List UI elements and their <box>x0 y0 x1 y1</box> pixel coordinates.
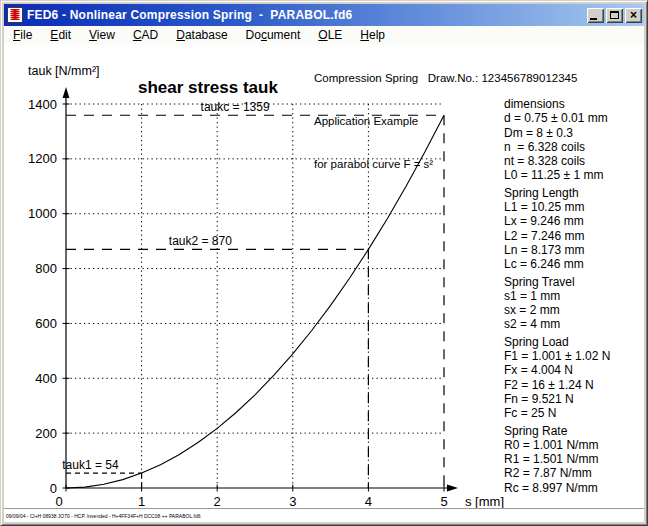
spec-section-title: dimensions <box>504 97 646 111</box>
menu-item-file[interactable]: File <box>4 26 41 45</box>
close-icon: × <box>630 10 637 20</box>
spec-section-spring-rate: Spring RateR0 = 1.001 N/mmR1 = 1.501 N/m… <box>504 424 646 495</box>
spec-line: nt = 8.328 coils <box>504 154 646 168</box>
spec-section-title: Spring Rate <box>504 424 646 438</box>
spec-section-spring-travel: Spring Travels1 = 1 mmsx = 2 mms2 = 4 mm <box>504 275 646 332</box>
spec-line: n = 6.328 coils <box>504 140 646 154</box>
spec-line: Rc = 8.997 N/mm <box>504 481 646 495</box>
minimize-button[interactable] <box>587 8 604 23</box>
spec-section-title: Spring Load <box>504 335 646 349</box>
note-line-title: Compression Spring Draw.No.: 12345678901… <box>314 71 577 85</box>
menu-bar: FileEditViewCADDatabaseDocumentOLEHelp <box>4 26 644 45</box>
spec-line: F2 = 16 ± 1.24 N <box>504 378 646 392</box>
spec-line: R0 = 1.001 N/mm <box>504 438 646 452</box>
status-text: 09/09/04 - Cl+H 08938 JO70 - HCP. Invend… <box>6 513 201 519</box>
spec-line: Fc = 25 N <box>504 406 646 420</box>
maximize-icon <box>610 11 619 19</box>
spec-section-dimensions: dimensionsd = 0.75 ± 0.01 mmDm = 8 ± 0.3… <box>504 97 646 183</box>
spec-line: L0 = 11.25 ± 1 mm <box>504 168 646 182</box>
menu-item-cad[interactable]: CAD <box>124 26 167 45</box>
spec-section-spring-length: Spring LengthL1 = 10.25 mmLx = 9.246 mmL… <box>504 186 646 272</box>
spec-line: Lc = 6.246 mm <box>504 257 646 271</box>
menu-item-edit[interactable]: Edit <box>41 26 80 45</box>
spec-line: L2 = 7.246 mm <box>504 229 646 243</box>
spec-section-title: Spring Travel <box>504 275 646 289</box>
spec-line: s2 = 4 mm <box>504 317 646 331</box>
spec-line: s1 = 1 mm <box>504 289 646 303</box>
window-controls: × <box>587 8 642 23</box>
spec-line: d = 0.75 ± 0.01 mm <box>504 111 646 125</box>
spec-section-spring-load: Spring LoadF1 = 1.001 ± 1.02 NFx = 4.004… <box>504 335 646 421</box>
spec-line: Fn = 9.521 N <box>504 392 646 406</box>
spec-panel: dimensionsd = 0.75 ± 0.01 mmDm = 8 ± 0.3… <box>504 97 646 495</box>
status-bar: 09/09/04 - Cl+H 08938 JO70 - HCP. Invend… <box>4 508 644 522</box>
spec-line: R1 = 1.501 N/mm <box>504 452 646 466</box>
window-title: FED6 - Nonlinear Compression Spring - PA… <box>27 8 587 22</box>
spec-line: Dm = 8 ± 0.3 <box>504 126 646 140</box>
menu-item-view[interactable]: View <box>80 26 124 45</box>
menu-item-document[interactable]: Document <box>237 26 310 45</box>
spec-line: L1 = 10.25 mm <box>504 200 646 214</box>
maximize-button[interactable] <box>606 8 623 23</box>
menu-item-database[interactable]: Database <box>167 26 236 45</box>
spec-line: Ln = 8.173 mm <box>504 243 646 257</box>
app-window: FED6 - Nonlinear Compression Spring - PA… <box>0 0 648 526</box>
spec-line: Lx = 9.246 mm <box>504 214 646 228</box>
spec-line: sx = 2 mm <box>504 303 646 317</box>
spec-section-title: Spring Length <box>504 186 646 200</box>
minimize-icon <box>590 18 597 20</box>
spec-line: Fx = 4.004 N <box>504 363 646 377</box>
spring-app-icon <box>7 7 23 23</box>
spec-line: F1 = 1.001 ± 1.02 N <box>504 349 646 363</box>
spec-line: R2 = 7.87 N/mm <box>504 466 646 480</box>
close-button[interactable]: × <box>625 8 642 23</box>
menu-item-help[interactable]: Help <box>351 26 394 45</box>
menu-item-ole[interactable]: OLE <box>309 26 351 45</box>
title-bar[interactable]: FED6 - Nonlinear Compression Spring - PA… <box>4 4 644 26</box>
